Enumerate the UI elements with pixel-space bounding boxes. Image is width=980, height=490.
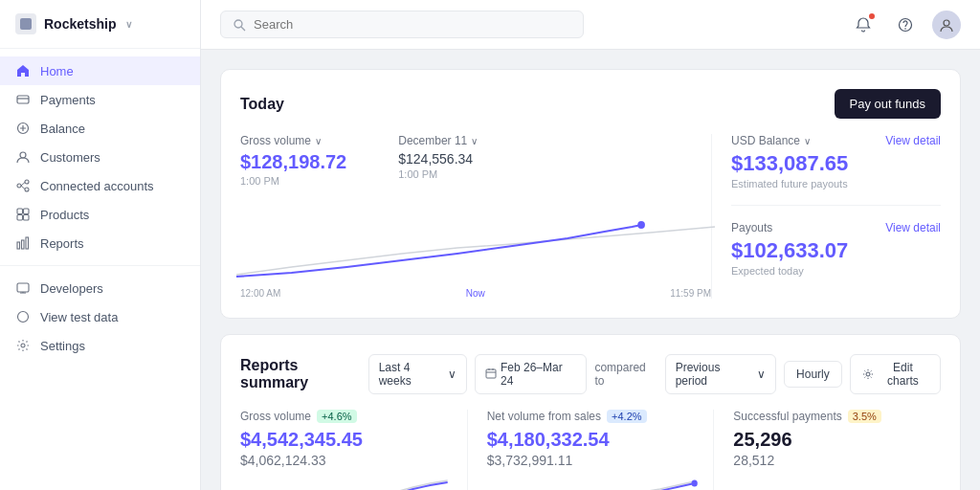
sidebar-item-viewtest[interactable]: View test data [0, 302, 200, 331]
svg-rect-14 [17, 242, 20, 249]
today-card: Today Pay out funds Gross volume ∨ $128,… [220, 69, 961, 319]
sidebar-item-label: Balance [40, 122, 85, 136]
compare-select[interactable]: Previous period ∨ [665, 354, 776, 394]
axis-end: 11:59 PM [670, 288, 711, 299]
svg-rect-13 [24, 215, 30, 221]
hourly-button[interactable]: Hourly [784, 361, 842, 388]
svg-point-33 [691, 480, 697, 487]
svg-point-4 [20, 152, 26, 158]
sidebar-logo[interactable]: Rocketship ∨ [0, 0, 200, 49]
notifications-button[interactable] [848, 10, 879, 40]
reports-header: Reports summary Last 4 weeks ∨ Feb 26–Ma… [240, 354, 941, 394]
search-input[interactable] [254, 17, 571, 32]
sidebar-item-balance[interactable]: Balance [0, 114, 200, 143]
svg-rect-16 [26, 237, 29, 249]
payouts-value: $102,633.07 [731, 238, 941, 263]
reports-title: Reports summary [240, 357, 368, 391]
period-select[interactable]: Last 4 weeks ∨ [368, 354, 467, 394]
svg-point-26 [944, 20, 949, 26]
svg-rect-1 [17, 96, 29, 103]
settings-icon [15, 338, 31, 353]
success-badge: 3.5% [848, 410, 881, 423]
report-success-header: Successful payments 3.5% [733, 410, 941, 423]
user-icon [939, 17, 954, 33]
today-chart [236, 198, 715, 284]
svg-point-6 [25, 180, 29, 184]
sidebar-item-developers[interactable]: Developers [0, 274, 200, 302]
december-metric: December 11 ∨ $124,556.34 1:00 PM [398, 134, 478, 187]
reports-controls: Last 4 weeks ∨ Feb 26–Mar 24 compared to… [368, 354, 941, 394]
sidebar-item-customers[interactable]: Customers [0, 143, 200, 171]
header-icons [848, 10, 961, 40]
svg-rect-17 [17, 283, 29, 292]
reports-metrics: Gross volume +4.6% $4,542,345.45 $4,062,… [240, 410, 941, 490]
connected-icon [15, 178, 31, 193]
gross-badge: +4.6% [317, 410, 357, 423]
report-gross-label: Gross volume [240, 410, 311, 423]
report-success-label: Successful payments [733, 410, 841, 423]
axis-start: 12:00 AM [240, 288, 280, 299]
right-panel: USD Balance ∨ View detail $133,087.65 Es… [711, 134, 941, 299]
notification-badge [867, 11, 877, 21]
sidebar-item-home[interactable]: Home [0, 56, 200, 85]
sidebar-item-connected[interactable]: Connected accounts [0, 171, 200, 200]
chart-section: Gross volume ∨ $128,198.72 1:00 PM Decem… [240, 134, 711, 299]
usd-balance-sub: Estimated future payouts [731, 178, 941, 189]
december-sub: 1:00 PM [398, 168, 478, 180]
right-panel-divider [731, 205, 941, 206]
logo-icon [15, 13, 36, 34]
sidebar-item-products[interactable]: Products [0, 200, 200, 229]
usd-balance-header: USD Balance ∨ View detail [731, 134, 941, 147]
sidebar-item-label: Reports [40, 236, 84, 251]
search-box[interactable] [220, 11, 584, 38]
report-net-volume: Net volume from sales +4.2% $4,180,332.5… [487, 410, 715, 490]
gross-volume-value: $128,198.72 [240, 151, 346, 173]
help-icon [898, 17, 913, 33]
balance-icon [15, 121, 31, 136]
net-badge: +4.2% [607, 410, 647, 423]
avatar[interactable] [932, 11, 961, 39]
dropdown-caret[interactable]: ∨ [315, 136, 322, 146]
payouts-view-detail[interactable]: View detail [885, 221, 941, 234]
sidebar-item-label: Home [40, 64, 74, 78]
sidebar-item-reports[interactable]: Reports [0, 229, 200, 257]
payouts-sub: Expected today [731, 265, 941, 277]
svg-rect-10 [17, 209, 23, 214]
svg-point-5 [17, 184, 21, 188]
svg-point-20 [18, 312, 29, 323]
usd-balance-view-detail[interactable]: View detail [885, 134, 941, 147]
svg-rect-28 [486, 369, 496, 378]
gross-secondary-value: $4,062,124.33 [240, 453, 448, 468]
customers-icon [15, 149, 31, 165]
svg-point-22 [234, 20, 242, 28]
gross-volume-label: Gross volume ∨ [240, 134, 346, 147]
today-body: Gross volume ∨ $128,198.72 1:00 PM Decem… [240, 134, 941, 299]
net-primary-value: $4,180,332.54 [487, 429, 695, 451]
gear-icon [862, 368, 874, 380]
compare-label: Previous period [676, 361, 753, 388]
date-select[interactable]: Feb 26–Mar 24 [475, 354, 587, 394]
reports-icon [15, 235, 31, 251]
sidebar-bottom-nav: Developers View test data Settings [0, 265, 200, 360]
period-caret: ∨ [448, 368, 457, 381]
date-label: Feb 26–Mar 24 [501, 361, 576, 388]
payments-icon [15, 92, 31, 107]
report-successful: Successful payments 3.5% 25,296 28,512 [733, 410, 941, 490]
gross-volume-metric: Gross volume ∨ $128,198.72 1:00 PM [240, 134, 346, 187]
dropdown-caret[interactable]: ∨ [804, 136, 811, 146]
sidebar-item-payments[interactable]: Payments [0, 85, 200, 114]
sidebar-item-settings[interactable]: Settings [0, 331, 200, 360]
help-button[interactable] [890, 10, 921, 40]
search-icon [233, 18, 246, 32]
dropdown-caret[interactable]: ∨ [471, 136, 478, 146]
success-chart [733, 478, 941, 490]
gross-primary-value: $4,542,345.45 [240, 429, 448, 451]
svg-line-8 [21, 183, 25, 187]
period-label: Last 4 weeks [379, 361, 444, 388]
main-content: Today Pay out funds Gross volume ∨ $128,… [201, 0, 980, 490]
report-net-label: Net volume from sales [487, 410, 601, 423]
edit-charts-button[interactable]: Edit charts [850, 354, 941, 394]
sidebar-item-label: Developers [40, 281, 103, 296]
payout-button[interactable]: Pay out funds [835, 89, 942, 119]
sidebar-nav: Home Payments Balance Customers Connecte… [0, 49, 200, 490]
